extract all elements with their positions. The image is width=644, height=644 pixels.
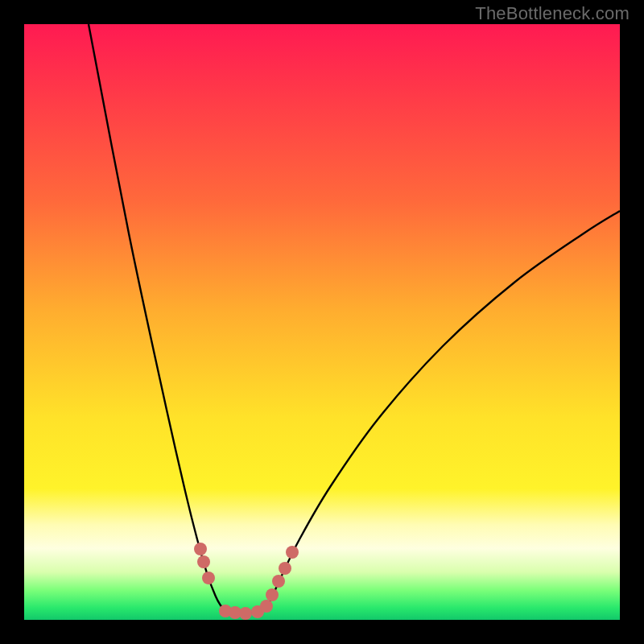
marker-group: [194, 543, 299, 620]
highlight-dot: [286, 546, 299, 559]
highlight-dot: [239, 607, 252, 620]
curve-overlay: [24, 24, 620, 620]
chart-frame: TheBottleneck.com: [0, 0, 644, 644]
watermark-label: TheBottleneck.com: [475, 3, 630, 24]
highlight-dot: [279, 562, 291, 575]
highlight-dot: [260, 600, 273, 613]
left-curve-path: [89, 24, 224, 609]
plot-area: [24, 24, 620, 620]
highlight-dot: [197, 555, 210, 568]
highlight-dot: [202, 572, 215, 584]
right-curve-path: [264, 211, 620, 609]
highlight-dot: [194, 543, 207, 555]
highlight-dot: [272, 575, 285, 588]
highlight-dot: [266, 588, 279, 601]
